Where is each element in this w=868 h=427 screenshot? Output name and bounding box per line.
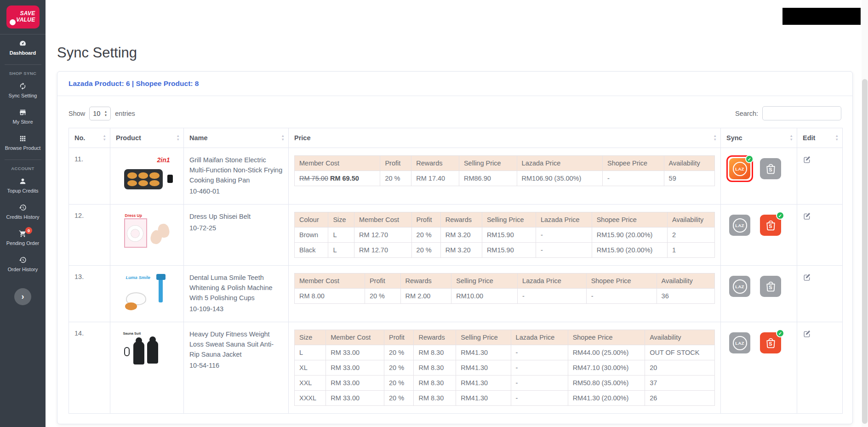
product-image-caption: Luma Smile [126, 275, 150, 280]
price-col-selling-price: Selling Price [456, 330, 511, 345]
sidebar-item-sync-setting[interactable]: Sync Setting [0, 77, 46, 103]
shopee-sync-wrap: S✓ [757, 330, 784, 356]
row-number-cell: 11. [69, 148, 110, 205]
price-header-row: ColourSizeMember CostProfitRewardsSellin… [295, 212, 715, 228]
lazada-ring-icon: LAZ [733, 162, 747, 176]
column-header-product[interactable]: Product▲▼ [110, 128, 184, 148]
price-value: - [511, 360, 568, 376]
brand-face-icon [10, 19, 16, 25]
price-value: RM 8.30 [414, 360, 456, 376]
sidebar-item-topup-credits[interactable]: Topup Credits [0, 172, 46, 199]
price-value: 20 % [411, 243, 440, 258]
table-body: 11.2in1Grill Maifan Stone Electric Multi… [69, 148, 843, 414]
price-value: RM15.90 [482, 228, 536, 243]
sidebar-item-order-history[interactable]: Order History [0, 251, 46, 277]
price-col-selling-price: Selling Price [482, 212, 536, 228]
column-header-no[interactable]: No.▲▼ [69, 128, 110, 148]
price-col-shopee-price: Shopee Price [568, 330, 645, 345]
sync-active-check-badge: ✓ [745, 155, 754, 163]
product-name: Heavy Duty Fitness Weight Loss Sweat Sau… [189, 330, 283, 359]
price-header-row: SizeMember CostProfitRewardsSelling Pric… [295, 330, 715, 345]
brand-line2: VALUE [16, 17, 35, 23]
product-art-shape [147, 341, 158, 364]
sidebar-item-dashboard[interactable]: Dashboard [0, 34, 46, 61]
entries-label: entries [115, 110, 135, 117]
price-value: RM41.30 [456, 376, 511, 391]
sidebar-item-label: Credits History [6, 214, 39, 220]
shopee-sync-wrap: S✓ [757, 212, 784, 239]
sidebar-item-my-store[interactable]: My Store [0, 103, 46, 130]
shopee-sync-icon[interactable]: S✓ [760, 332, 781, 353]
spinner-down-icon: ▼ [104, 114, 107, 117]
column-header-price[interactable]: Price▲▼ [289, 128, 721, 148]
price-table: SizeMember CostProfitRewardsSelling Pric… [294, 330, 715, 406]
card-body: Show 10 ▲▼ entries Search: No.▲▼Product▲… [57, 96, 852, 424]
shopee-letter: S [769, 285, 772, 290]
product-name-cell: Heavy Duty Fitness Weight Loss Sweat Sau… [184, 322, 289, 414]
price-header-row: Member CostProfitRewardsSelling PriceLaz… [295, 156, 715, 171]
price-value: RM15.90 (20.00%) [592, 243, 667, 258]
price-col-member-cost: Member Cost [295, 156, 380, 171]
lazada-sync-icon[interactable]: LAZ [729, 215, 750, 236]
store-icon [19, 108, 27, 116]
row-number: 14. [74, 330, 84, 337]
sort-icon: ▲▼ [714, 134, 717, 142]
price-col-shopee-price: Shopee Price [592, 212, 667, 228]
sidebar-item-pending-order[interactable]: 0Pending Order [0, 225, 46, 251]
price-value: RM 8.30 [414, 345, 456, 360]
price-value: RM 8.30 [414, 391, 456, 406]
price-value: RM10.00 [451, 289, 518, 304]
lazada-ring-icon: LAZ [733, 279, 747, 294]
price-col-selling-price: Selling Price [451, 273, 518, 289]
lazada-sync-icon[interactable]: LAZ✓ [729, 158, 750, 179]
price-value: - [518, 289, 587, 304]
shopee-sync-icon[interactable]: S [760, 158, 781, 179]
sidebar-collapse-button[interactable]: › [14, 288, 31, 305]
sync-card: Lazada Product: 6 | Shopee Product: 8 Sh… [57, 71, 853, 424]
product-image: Luma Smile [120, 273, 174, 313]
shopee-sync-icon[interactable]: S [760, 276, 781, 297]
row-number: 11. [74, 155, 83, 163]
shopee-sync-wrap: S [757, 155, 784, 182]
sidebar-item-label: Browse Product [5, 145, 41, 151]
price-value: RM 2.00 [400, 289, 451, 304]
brand-logo[interactable]: SAVE VALUE [6, 6, 40, 28]
edit-button[interactable] [803, 330, 811, 338]
redacted-account-info [782, 8, 861, 25]
edit-cell [797, 266, 843, 322]
product-name: Dental Luma Smile Teeth Whitening & Poli… [189, 273, 283, 303]
price-cell: SizeMember CostProfitRewardsSelling Pric… [289, 322, 721, 414]
cart-icon: 0 [19, 230, 27, 238]
price-value: L [328, 243, 354, 258]
price-value: XXXL [295, 391, 326, 406]
price-value: 26 [645, 391, 715, 406]
lazada-sync-icon[interactable]: LAZ [729, 332, 750, 353]
sidebar-item-label: My Store [12, 119, 33, 125]
product-sku: 10-460-01 [189, 187, 283, 197]
shopee-sync-icon[interactable]: S✓ [760, 215, 781, 236]
column-header-sync[interactable]: Sync▲▼ [721, 128, 797, 148]
sidebar-item-browse-product[interactable]: Browse Product [0, 130, 46, 156]
sidebar: SAVE VALUE DashboardSHOP SYNCSync Settin… [0, 0, 46, 427]
edit-button[interactable] [803, 212, 811, 221]
price-value: RM47.10 (30.00%) [568, 360, 645, 376]
chevron-right-icon: › [22, 292, 24, 302]
product-row: 11.2in1Grill Maifan Stone Electric Multi… [69, 148, 843, 205]
price-value: L [328, 228, 354, 243]
column-header-edit[interactable]: Edit▲▼ [797, 128, 843, 148]
product-sku: 10-72-25 [189, 223, 283, 233]
column-header-name[interactable]: Name▲▼ [184, 128, 289, 148]
search-input[interactable] [762, 106, 841, 120]
sidebar-item-label: Topup Credits [7, 188, 39, 194]
edit-button[interactable] [803, 273, 811, 282]
price-header-row: Member CostProfitRewardsSelling PriceLaz… [295, 273, 715, 289]
row-number: 12. [74, 212, 84, 219]
edit-button[interactable] [803, 155, 811, 164]
entries-select[interactable]: 10 ▲▼ [89, 107, 111, 120]
lazada-sync-wrap: LAZ [726, 330, 753, 356]
edit-icon [803, 212, 811, 221]
product-art-shape [167, 175, 173, 183]
sidebar-item-credits-history[interactable]: Credits History [0, 199, 46, 225]
lazada-sync-icon[interactable]: LAZ [729, 276, 750, 297]
scrollbar-thumb[interactable] [862, 79, 868, 424]
